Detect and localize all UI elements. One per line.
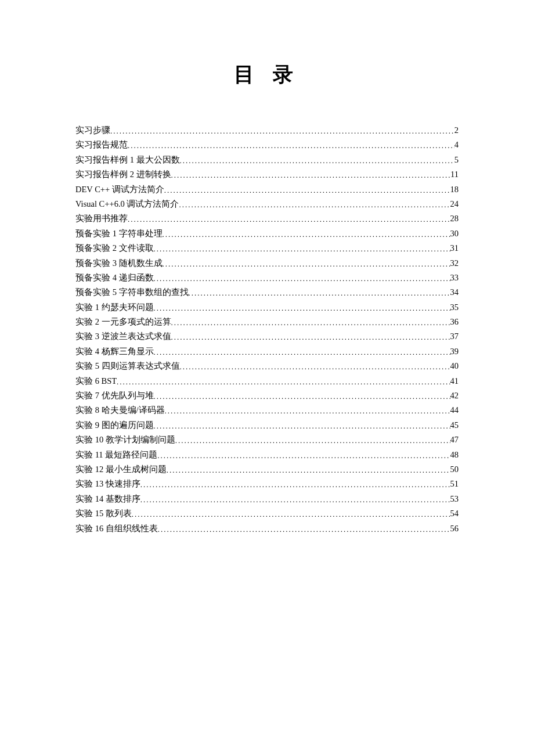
toc-entry-page: 36	[450, 315, 459, 329]
toc-entry-label: 实验 6 BST	[75, 374, 117, 388]
toc-entry: 实验 6 BST41	[75, 374, 459, 388]
toc-entry-page: 48	[450, 448, 459, 462]
toc-entry-page: 45	[450, 418, 459, 433]
toc-entry-page: 39	[450, 344, 459, 359]
toc-entry: 预备实验 2 文件读取31	[75, 241, 459, 255]
toc-entry: 实验 13 快速排序51	[75, 477, 459, 491]
toc-entry-page: 32	[450, 256, 459, 271]
toc-entry-page: 11	[450, 167, 459, 182]
toc-entry-page: 47	[450, 433, 459, 447]
toc-dot-leader	[179, 197, 450, 212]
toc-entry: 预备实验 4 递归函数33	[75, 271, 459, 285]
toc-entry-label: DEV C++ 调试方法简介	[75, 182, 164, 197]
toc-dot-leader	[117, 375, 450, 389]
toc-dot-leader	[158, 522, 450, 537]
toc-dot-leader	[175, 433, 450, 448]
toc-entry: 实验 15 散列表54	[75, 506, 459, 521]
toc-dot-leader	[167, 463, 450, 477]
toc-entry-label: Visual C++6.0 调试方法简介	[75, 197, 179, 211]
toc-entry-label: 实验 7 优先队列与堆	[75, 388, 154, 403]
toc-entry: 实验用书推荐28	[75, 211, 459, 226]
toc-dot-leader	[171, 315, 450, 330]
toc-dot-leader	[163, 227, 450, 242]
toc-entry-page: 53	[450, 492, 459, 506]
toc-entry-page: 40	[450, 359, 459, 373]
toc-dot-leader	[157, 448, 450, 463]
toc-entry-page: 31	[450, 241, 459, 255]
toc-entry: 实验 14 基数排序53	[75, 492, 459, 506]
toc-entry-label: 实验 11 最短路径问题	[75, 448, 157, 462]
toc-entry: 实验 4 杨辉三角显示39	[75, 344, 459, 359]
toc-dot-leader	[171, 168, 451, 182]
toc-dot-leader	[132, 507, 450, 521]
toc-entry-page: 56	[450, 521, 459, 536]
toc-entry-label: 预备实验 3 随机数生成	[75, 256, 163, 271]
toc-entry: 实验 10 教学计划编制问题47	[75, 433, 459, 447]
toc-dot-leader	[140, 492, 450, 507]
toc-entry-label: 实验 12 最小生成树问题	[75, 462, 167, 477]
toc-dot-leader	[180, 153, 454, 168]
toc-entry: 实习步骤2	[75, 123, 459, 138]
toc-dot-leader	[154, 271, 450, 286]
toc-entry-label: 实验 14 基数排序	[75, 492, 140, 506]
toc-entry-label: 实验 15 散列表	[75, 506, 132, 521]
toc-entry: 预备实验 5 字符串数组的查找34	[75, 285, 459, 300]
toc-dot-leader	[164, 183, 450, 197]
toc-entry: 实验 16 自组织线性表56	[75, 521, 459, 536]
toc-entry-page: 44	[450, 403, 459, 417]
toc-entry-label: 实验 10 教学计划编制问题	[75, 433, 175, 447]
toc-dot-leader	[189, 286, 450, 300]
toc-dot-leader	[154, 389, 450, 404]
toc-entry-label: 实验 1 约瑟夫环问题	[75, 300, 154, 315]
toc-dot-leader	[171, 330, 450, 344]
table-of-contents: 实习步骤2实习报告规范4实习报告样例 1 最大公因数5实习报告样例 2 进制转换…	[75, 123, 459, 536]
toc-entry: 预备实验 3 随机数生成32	[75, 256, 459, 271]
toc-entry-page: 34	[450, 285, 459, 300]
toc-entry-label: 实验用书推荐	[75, 211, 128, 226]
toc-entry-page: 24	[450, 197, 459, 211]
toc-entry-label: 预备实验 5 字符串数组的查找	[75, 285, 189, 300]
toc-dot-leader	[154, 419, 450, 433]
toc-entry: 实验 2 一元多项式的运算36	[75, 315, 459, 329]
toc-dot-leader	[128, 212, 450, 226]
toc-dot-leader	[180, 359, 450, 374]
toc-entry: 实习报告样例 2 进制转换11	[75, 167, 459, 182]
toc-dot-leader	[154, 345, 450, 359]
toc-entry-page: 28	[450, 211, 459, 226]
toc-entry-label: 实验 2 一元多项式的运算	[75, 315, 171, 329]
toc-entry: 实验 7 优先队列与堆42	[75, 388, 459, 403]
page-title: 目 录	[75, 61, 459, 88]
toc-entry-page: 35	[450, 300, 459, 315]
toc-entry-page: 4	[454, 138, 459, 152]
toc-entry: 实验 11 最短路径问题48	[75, 448, 459, 462]
toc-dot-leader	[128, 138, 454, 153]
toc-entry-label: 实验 8 哈夫曼编/译码器	[75, 403, 165, 417]
toc-entry-page: 50	[450, 462, 459, 477]
toc-entry: 实验 5 四则运算表达式求值40	[75, 359, 459, 373]
toc-entry: 实验 12 最小生成树问题50	[75, 462, 459, 477]
toc-dot-leader	[110, 124, 454, 138]
toc-entry-page: 33	[450, 271, 459, 285]
toc-entry-page: 30	[450, 226, 459, 241]
toc-entry: 实验 9 图的遍历问题45	[75, 418, 459, 433]
toc-entry: 实习报告样例 1 最大公因数5	[75, 153, 459, 167]
toc-entry: 实习报告规范4	[75, 138, 459, 152]
toc-dot-leader	[140, 477, 450, 492]
toc-entry: DEV C++ 调试方法简介18	[75, 182, 459, 197]
toc-entry-label: 实习报告规范	[75, 138, 128, 152]
toc-dot-leader	[154, 301, 450, 315]
toc-entry-label: 实习步骤	[75, 123, 110, 138]
toc-entry-label: 预备实验 2 文件读取	[75, 241, 154, 255]
toc-entry-page: 54	[450, 506, 459, 521]
toc-entry-page: 2	[454, 123, 459, 138]
toc-entry-label: 预备实验 4 递归函数	[75, 271, 154, 285]
toc-dot-leader	[163, 257, 450, 271]
toc-entry-label: 实验 4 杨辉三角显示	[75, 344, 154, 359]
toc-entry-label: 实验 5 四则运算表达式求值	[75, 359, 180, 373]
toc-entry: Visual C++6.0 调试方法简介24	[75, 197, 459, 211]
toc-entry-page: 18	[450, 182, 459, 197]
toc-entry-page: 41	[450, 374, 459, 388]
toc-entry-label: 实验 16 自组织线性表	[75, 521, 158, 536]
toc-entry-label: 实验 3 逆波兰表达式求值	[75, 329, 171, 344]
toc-dot-leader	[154, 242, 450, 256]
